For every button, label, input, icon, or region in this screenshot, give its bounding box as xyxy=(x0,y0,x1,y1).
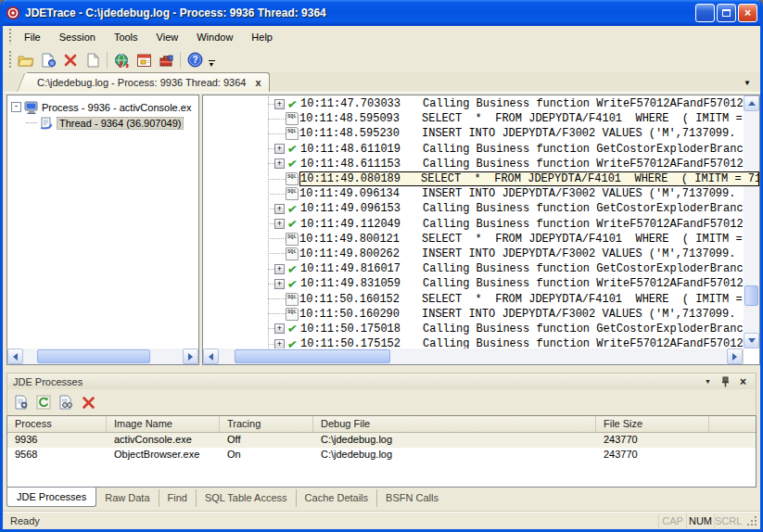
expand-plus-icon[interactable]: + xyxy=(274,279,285,289)
expand-plus-icon[interactable]: + xyxy=(274,204,285,214)
col-header-image-name[interactable]: Image Name xyxy=(107,416,220,432)
expand-plus-icon[interactable]: + xyxy=(274,323,285,334)
dock-close-icon[interactable]: × xyxy=(736,375,750,388)
tree-node-process[interactable]: - Process - 9936 - activConsole.ex xyxy=(11,99,197,115)
toolbar-separator xyxy=(107,52,108,69)
log-vertical-scrollbar[interactable] xyxy=(744,95,759,348)
scroll-up-button[interactable] xyxy=(744,95,759,111)
new-document-button[interactable] xyxy=(82,49,104,70)
col-header-process[interactable]: Process xyxy=(7,416,107,432)
maximize-button[interactable] xyxy=(717,4,736,22)
schedule-button[interactable] xyxy=(133,49,155,70)
process-settings-button[interactable] xyxy=(11,392,32,412)
log-row[interactable]: +✔10:11:49.112049Calling Business functi… xyxy=(203,217,744,232)
menu-tools[interactable]: Tools xyxy=(105,29,147,45)
scroll-left-button[interactable] xyxy=(203,348,219,364)
table-row[interactable]: 9936 activConsole.exe Off C:\jdedebug.lo… xyxy=(7,433,756,448)
scroll-right-button[interactable] xyxy=(727,348,743,364)
tab-list-dropdown-icon[interactable]: ▼ xyxy=(744,80,751,87)
delete-button[interactable] xyxy=(59,49,82,70)
log-row[interactable]: +✔10:11:48.611019Calling Business functi… xyxy=(203,142,744,157)
log-row[interactable]: SQL10:11:48.595230INSERT INTO JDEPYDTA/F… xyxy=(203,126,744,141)
menu-view[interactable]: View xyxy=(147,29,188,45)
refresh-button[interactable] xyxy=(33,392,54,412)
scrollbar-thumb[interactable] xyxy=(235,349,390,363)
dock-tab-raw-data[interactable]: Raw Data xyxy=(96,489,159,507)
expand-plus-icon[interactable]: + xyxy=(274,339,285,349)
check-icon: ✔ xyxy=(284,261,300,277)
end-process-button[interactable] xyxy=(78,392,98,412)
expand-plus-icon[interactable]: + xyxy=(274,158,285,169)
dock-tab-sql-table-access[interactable]: SQL Table Access xyxy=(197,489,297,507)
help-button[interactable]: ? xyxy=(184,49,206,70)
log-row[interactable]: +✔10:11:48.611153Calling Business functi… xyxy=(203,157,744,171)
dock-toolbar xyxy=(6,389,757,416)
document-tab-label: C:\jdedebug.log - Process: 9936 Thread: … xyxy=(37,77,246,88)
expand-plus-icon[interactable]: + xyxy=(274,219,285,229)
menu-help[interactable]: Help xyxy=(242,29,282,45)
dock-tab-find[interactable]: Find xyxy=(159,489,197,507)
app-logo-icon xyxy=(6,6,20,20)
log-row[interactable]: +✔10:11:47.703033Calling Business functi… xyxy=(203,96,744,111)
web-button[interactable] xyxy=(110,49,133,70)
dock-tab-cache-details[interactable]: Cache Details xyxy=(297,489,377,507)
log-row[interactable]: SQL10:11:49.800262INSERT INTO JDEPYDTA/F… xyxy=(203,247,744,261)
close-button[interactable]: × xyxy=(738,4,757,22)
sql-document-icon: SQL xyxy=(286,172,299,185)
main-toolbar: ? ▼ xyxy=(3,47,760,72)
log-row[interactable]: SQL10:11:50.160152SELECT * FROM JDEPYDTA… xyxy=(203,291,744,306)
open-file-button[interactable] xyxy=(15,49,37,70)
toolbar-grip[interactable] xyxy=(7,51,12,69)
menubar-grip[interactable] xyxy=(7,29,12,44)
new-session-button[interactable] xyxy=(37,49,59,70)
expand-plus-icon[interactable]: + xyxy=(274,99,285,109)
menu-window[interactable]: Window xyxy=(187,29,242,45)
sql-document-icon: SQL xyxy=(286,293,299,306)
table-header-row: Process Image Name Tracing Debug File Fi… xyxy=(7,416,756,433)
log-row[interactable]: SQL10:11:49.096134INSERT INTO JDEPYDTA/F… xyxy=(203,186,744,201)
col-header-debug-file[interactable]: Debug File xyxy=(313,416,596,432)
log-row[interactable]: +✔10:11:49.096153Calling Business functi… xyxy=(203,201,744,216)
scrollbar-thumb[interactable] xyxy=(744,285,758,306)
options-button[interactable] xyxy=(155,49,177,70)
log-row[interactable]: +✔10:11:50.175018Calling Business functi… xyxy=(203,322,744,336)
scroll-down-button[interactable] xyxy=(744,333,759,348)
dock-pin-icon[interactable] xyxy=(718,375,732,388)
scrollbar-thumb[interactable] xyxy=(37,349,150,363)
toolbar-separator xyxy=(180,52,181,69)
tree-horizontal-scrollbar[interactable] xyxy=(7,348,198,364)
process-node-label: Process - 9936 - activConsole.ex xyxy=(42,102,191,113)
log-row-selected[interactable]: SQL10:11:49.080189SELECT * FROM JDEPYDTA… xyxy=(203,171,744,186)
trace-log-rows: +✔10:11:47.703033Calling Business functi… xyxy=(203,96,744,348)
minimize-button[interactable]: _ xyxy=(695,4,715,22)
log-horizontal-scrollbar[interactable] xyxy=(203,348,744,364)
resize-grip[interactable] xyxy=(745,514,758,527)
dock-tab-bsfn-calls[interactable]: BSFN Calls xyxy=(377,489,447,507)
tab-close-icon[interactable]: x xyxy=(255,77,261,88)
table-row[interactable]: 9568 ObjectBrowser.exe On C:\jdedebug.lo… xyxy=(7,448,756,462)
expand-plus-icon[interactable]: + xyxy=(274,144,285,154)
scroll-right-button[interactable] xyxy=(183,348,198,364)
log-row[interactable]: SQL10:11:48.595093SELECT * FROM JDEPYDTA… xyxy=(203,111,744,126)
expand-plus-icon[interactable]: + xyxy=(274,264,285,274)
col-header-file-size[interactable]: File Size xyxy=(596,416,709,432)
log-row[interactable]: SQL10:11:50.160290INSERT INTO JDEPYDTA/F… xyxy=(203,307,744,322)
dock-tab-jde-processes[interactable]: JDE Processes xyxy=(6,488,96,507)
dock-dropdown-icon[interactable]: ▼ xyxy=(701,375,715,388)
log-row[interactable]: SQL10:11:49.800121SELECT * FROM JDEPYDTA… xyxy=(203,232,744,247)
view-log-button[interactable] xyxy=(56,392,76,412)
collapse-minus-icon[interactable]: - xyxy=(11,102,21,112)
tree-node-thread[interactable]: Thread - 9364 (36.907049) xyxy=(11,115,197,131)
process-table: Process Image Name Tracing Debug File Fi… xyxy=(6,416,757,488)
log-row[interactable]: +✔10:11:49.816017Calling Business functi… xyxy=(203,261,744,276)
toolbar-overflow-button[interactable]: ▼ xyxy=(206,49,217,70)
title-bar: JDETrace - C:\jdedebug.log - Process: 99… xyxy=(0,0,763,26)
col-header-tracing[interactable]: Tracing xyxy=(220,416,313,432)
document-tab[interactable]: C:\jdedebug.log - Process: 9936 Thread: … xyxy=(27,72,270,92)
scroll-left-button[interactable] xyxy=(7,348,23,364)
sql-document-icon: SQL xyxy=(286,308,299,321)
menu-session[interactable]: Session xyxy=(50,29,105,45)
check-icon: ✔ xyxy=(284,201,300,217)
log-row[interactable]: +✔10:11:49.831059Calling Business functi… xyxy=(203,276,744,291)
menu-file[interactable]: File xyxy=(15,29,50,45)
